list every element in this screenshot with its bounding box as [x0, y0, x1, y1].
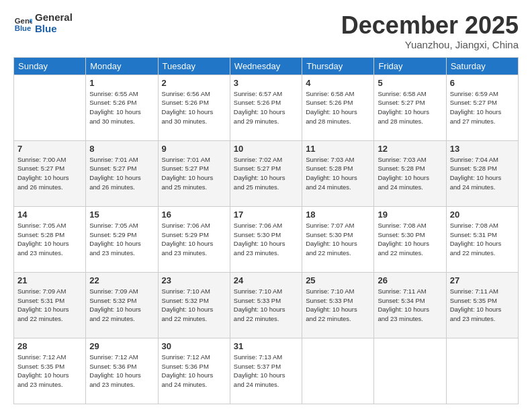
calendar-cell: 15Sunrise: 7:05 AM Sunset: 5:29 PM Dayli…	[86, 206, 158, 272]
calendar-cell: 13Sunrise: 7:04 AM Sunset: 5:28 PM Dayli…	[446, 140, 518, 206]
calendar-cell: 22Sunrise: 7:09 AM Sunset: 5:32 PM Dayli…	[86, 272, 158, 338]
day-number: 13	[450, 144, 515, 154]
header: General Blue General Blue December 2025 …	[13, 12, 519, 50]
day-number: 30	[162, 341, 226, 351]
calendar-cell: 20Sunrise: 7:08 AM Sunset: 5:31 PM Dayli…	[446, 206, 518, 272]
header-saturday: Saturday	[446, 57, 518, 75]
day-info: Sunrise: 7:03 AM Sunset: 5:28 PM Dayligh…	[306, 155, 370, 192]
calendar-table: SundayMondayTuesdayWednesdayThursdayFrid…	[13, 57, 519, 404]
calendar-cell: 5Sunrise: 6:58 AM Sunset: 5:27 PM Daylig…	[374, 75, 446, 140]
calendar-cell: 19Sunrise: 7:08 AM Sunset: 5:30 PM Dayli…	[374, 206, 446, 272]
calendar-cell: 6Sunrise: 6:59 AM Sunset: 5:27 PM Daylig…	[446, 75, 518, 140]
day-info: Sunrise: 6:57 AM Sunset: 5:26 PM Dayligh…	[234, 89, 298, 126]
calendar-cell: 16Sunrise: 7:06 AM Sunset: 5:29 PM Dayli…	[158, 206, 230, 272]
calendar-cell	[374, 338, 446, 404]
day-number: 2	[162, 78, 226, 88]
month-title: December 2025	[341, 12, 519, 39]
calendar-cell: 18Sunrise: 7:07 AM Sunset: 5:30 PM Dayli…	[302, 206, 374, 272]
calendar-cell: 29Sunrise: 7:12 AM Sunset: 5:36 PM Dayli…	[86, 338, 158, 404]
day-info: Sunrise: 7:12 AM Sunset: 5:36 PM Dayligh…	[89, 353, 154, 390]
day-info: Sunrise: 6:58 AM Sunset: 5:26 PM Dayligh…	[306, 89, 370, 126]
calendar-week-4: 21Sunrise: 7:09 AM Sunset: 5:31 PM Dayli…	[14, 272, 519, 338]
calendar-cell: 24Sunrise: 7:10 AM Sunset: 5:33 PM Dayli…	[230, 272, 302, 338]
day-info: Sunrise: 7:03 AM Sunset: 5:28 PM Dayligh…	[378, 155, 442, 192]
day-number: 17	[234, 210, 298, 220]
day-number: 29	[89, 341, 154, 351]
calendar-cell: 30Sunrise: 7:12 AM Sunset: 5:36 PM Dayli…	[158, 338, 230, 404]
calendar-cell: 9Sunrise: 7:01 AM Sunset: 5:27 PM Daylig…	[158, 140, 230, 206]
calendar-cell: 7Sunrise: 7:00 AM Sunset: 5:27 PM Daylig…	[14, 140, 86, 206]
calendar-cell: 1Sunrise: 6:55 AM Sunset: 5:26 PM Daylig…	[86, 75, 158, 140]
calendar-cell: 26Sunrise: 7:11 AM Sunset: 5:34 PM Dayli…	[374, 272, 446, 338]
calendar-cell: 14Sunrise: 7:05 AM Sunset: 5:28 PM Dayli…	[14, 206, 86, 272]
calendar-cell: 2Sunrise: 6:56 AM Sunset: 5:26 PM Daylig…	[158, 75, 230, 140]
day-number: 27	[450, 275, 515, 285]
calendar-week-5: 28Sunrise: 7:12 AM Sunset: 5:35 PM Dayli…	[14, 338, 519, 404]
day-info: Sunrise: 6:59 AM Sunset: 5:27 PM Dayligh…	[450, 89, 515, 126]
day-info: Sunrise: 7:00 AM Sunset: 5:27 PM Dayligh…	[17, 155, 82, 192]
calendar-header-row: SundayMondayTuesdayWednesdayThursdayFrid…	[14, 57, 519, 75]
header-sunday: Sunday	[14, 57, 86, 75]
calendar-week-1: 1Sunrise: 6:55 AM Sunset: 5:26 PM Daylig…	[14, 75, 519, 140]
logo-line2: Blue	[35, 24, 73, 35]
day-number: 10	[234, 144, 298, 154]
page: General Blue General Blue December 2025 …	[0, 0, 532, 411]
day-number: 6	[450, 78, 515, 88]
day-number: 21	[17, 275, 82, 285]
day-number: 5	[378, 78, 442, 88]
calendar-cell: 27Sunrise: 7:11 AM Sunset: 5:35 PM Dayli…	[446, 272, 518, 338]
day-number: 11	[306, 144, 370, 154]
day-info: Sunrise: 7:12 AM Sunset: 5:35 PM Dayligh…	[17, 353, 82, 390]
day-number: 15	[89, 210, 154, 220]
calendar-cell	[446, 338, 518, 404]
day-info: Sunrise: 7:09 AM Sunset: 5:31 PM Dayligh…	[17, 287, 82, 324]
header-thursday: Thursday	[302, 57, 374, 75]
day-number: 3	[234, 78, 298, 88]
day-info: Sunrise: 7:10 AM Sunset: 5:32 PM Dayligh…	[162, 287, 226, 324]
day-number: 28	[17, 341, 82, 351]
day-number: 25	[306, 275, 370, 285]
logo-icon: General Blue	[13, 14, 32, 33]
day-number: 7	[17, 144, 82, 154]
day-info: Sunrise: 6:58 AM Sunset: 5:27 PM Dayligh…	[378, 89, 442, 126]
calendar-cell: 25Sunrise: 7:10 AM Sunset: 5:33 PM Dayli…	[302, 272, 374, 338]
day-number: 20	[450, 210, 515, 220]
day-info: Sunrise: 7:01 AM Sunset: 5:27 PM Dayligh…	[162, 155, 226, 192]
day-info: Sunrise: 7:09 AM Sunset: 5:32 PM Dayligh…	[89, 287, 154, 324]
day-number: 18	[306, 210, 370, 220]
header-tuesday: Tuesday	[158, 57, 230, 75]
day-info: Sunrise: 7:11 AM Sunset: 5:34 PM Dayligh…	[378, 287, 442, 324]
calendar-cell: 10Sunrise: 7:02 AM Sunset: 5:27 PM Dayli…	[230, 140, 302, 206]
day-number: 9	[162, 144, 226, 154]
calendar-cell: 4Sunrise: 6:58 AM Sunset: 5:26 PM Daylig…	[302, 75, 374, 140]
calendar-cell	[14, 75, 86, 140]
calendar-week-2: 7Sunrise: 7:00 AM Sunset: 5:27 PM Daylig…	[14, 140, 519, 206]
subtitle: Yuanzhou, Jiangxi, China	[341, 39, 519, 50]
title-block: December 2025 Yuanzhou, Jiangxi, China	[341, 12, 519, 50]
day-number: 8	[89, 144, 154, 154]
day-info: Sunrise: 6:56 AM Sunset: 5:26 PM Dayligh…	[162, 89, 226, 126]
header-wednesday: Wednesday	[230, 57, 302, 75]
day-info: Sunrise: 7:11 AM Sunset: 5:35 PM Dayligh…	[450, 287, 515, 324]
day-number: 26	[378, 275, 442, 285]
day-number: 4	[306, 78, 370, 88]
day-info: Sunrise: 7:05 AM Sunset: 5:29 PM Dayligh…	[89, 221, 154, 258]
calendar-cell: 31Sunrise: 7:13 AM Sunset: 5:37 PM Dayli…	[230, 338, 302, 404]
day-info: Sunrise: 7:12 AM Sunset: 5:36 PM Dayligh…	[162, 353, 226, 390]
day-number: 16	[162, 210, 226, 220]
day-number: 14	[17, 210, 82, 220]
calendar-cell: 21Sunrise: 7:09 AM Sunset: 5:31 PM Dayli…	[14, 272, 86, 338]
calendar-cell: 11Sunrise: 7:03 AM Sunset: 5:28 PM Dayli…	[302, 140, 374, 206]
day-info: Sunrise: 6:55 AM Sunset: 5:26 PM Dayligh…	[89, 89, 154, 126]
calendar-cell: 28Sunrise: 7:12 AM Sunset: 5:35 PM Dayli…	[14, 338, 86, 404]
calendar-cell: 12Sunrise: 7:03 AM Sunset: 5:28 PM Dayli…	[374, 140, 446, 206]
day-number: 1	[89, 78, 154, 88]
svg-text:Blue: Blue	[15, 24, 32, 32]
header-monday: Monday	[86, 57, 158, 75]
header-friday: Friday	[374, 57, 446, 75]
day-info: Sunrise: 7:05 AM Sunset: 5:28 PM Dayligh…	[17, 221, 82, 258]
calendar-week-3: 14Sunrise: 7:05 AM Sunset: 5:28 PM Dayli…	[14, 206, 519, 272]
day-info: Sunrise: 7:08 AM Sunset: 5:30 PM Dayligh…	[378, 221, 442, 258]
day-number: 31	[234, 341, 298, 351]
day-number: 23	[162, 275, 226, 285]
